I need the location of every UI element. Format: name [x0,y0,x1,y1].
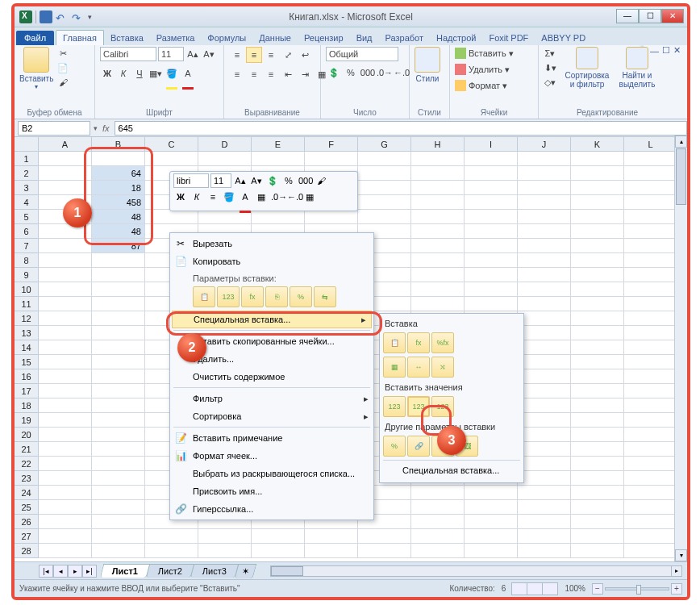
cell[interactable] [518,355,571,369]
align-bottom-icon[interactable]: ≡ [263,47,279,63]
close-button[interactable] [661,9,684,23]
cell[interactable] [411,282,465,297]
cell[interactable] [518,486,571,500]
paste-all-icon[interactable]: 📋 [193,286,215,307]
page-break-button[interactable] [542,582,558,595]
decrease-decimal-icon[interactable]: ←.0 [394,65,410,81]
cell[interactable] [571,544,624,558]
mini-grow-font-icon[interactable]: A▴ [233,173,248,188]
autosum-icon[interactable]: Σ▾ [544,47,556,60]
cell[interactable] [39,515,92,529]
styles-button[interactable]: Стили [415,47,440,83]
cell[interactable] [571,210,624,224]
cell[interactable] [518,152,571,166]
qat-dropdown-icon[interactable]: ▾ [88,13,92,21]
row-header[interactable]: 14 [15,340,39,355]
cell[interactable] [465,282,518,297]
cell[interactable] [92,500,145,515]
cell[interactable] [39,428,92,442]
cell[interactable] [411,152,465,166]
cell[interactable] [252,529,305,544]
cell[interactable] [571,457,624,471]
mini-currency-icon[interactable]: 💲 [265,173,280,188]
row-header[interactable]: 7 [15,239,39,253]
col-header[interactable]: C [145,137,198,151]
cell[interactable] [411,515,465,529]
cell[interactable] [518,500,571,515]
cell[interactable] [571,195,624,210]
sheet-tab-3[interactable]: Лист3 [190,564,240,578]
cell[interactable] [39,268,92,282]
cell[interactable] [624,428,677,442]
cell[interactable]: 87 [92,239,145,253]
sub-values-icon[interactable]: 123 [383,396,406,417]
cell[interactable] [39,369,92,384]
cell[interactable] [411,239,465,253]
cell[interactable] [571,253,624,268]
cell[interactable] [39,166,92,181]
cell[interactable] [571,340,624,355]
scroll-thumb[interactable] [676,148,686,205]
cell[interactable] [571,326,624,340]
cell[interactable] [571,384,624,398]
mini-shrink-font-icon[interactable]: A▾ [249,173,264,188]
cell[interactable] [39,340,92,355]
hscroll-thumb[interactable] [271,566,303,576]
cell[interactable] [571,355,624,369]
fx-icon[interactable]: fx [98,123,115,133]
cell[interactable] [465,224,518,239]
tab-formulas[interactable]: Формулы [201,31,252,45]
cell[interactable] [465,181,518,195]
cell[interactable] [92,544,145,558]
cell[interactable] [571,442,624,457]
cell[interactable] [624,224,677,239]
cell[interactable] [624,442,677,457]
cell[interactable] [518,195,571,210]
cell[interactable] [39,253,92,268]
fill-color-icon[interactable]: 🪣 [165,66,179,81]
col-header[interactable]: J [518,137,571,151]
cell[interactable] [92,471,145,486]
col-header[interactable]: D [198,137,252,151]
comma-icon[interactable]: 000 [360,65,376,81]
cell[interactable] [518,311,571,326]
row-header[interactable]: 5 [15,210,39,224]
cell[interactable] [92,398,145,413]
cell[interactable] [305,210,358,224]
paste-formulas-icon[interactable]: fx [241,286,264,307]
cell[interactable] [571,297,624,311]
cell[interactable] [518,166,571,181]
cell[interactable] [252,544,305,558]
cell[interactable] [92,457,145,471]
ctx-sort[interactable]: Сортировка▸ [170,407,373,425]
cell[interactable] [624,413,677,428]
underline-button[interactable]: Ч [132,66,147,81]
paste-link-icon[interactable]: ⇆ [314,286,336,307]
cell[interactable] [571,152,624,166]
sub-paste-special-dialog[interactable]: Специальная вставка... [383,463,520,478]
cell[interactable] [624,297,677,311]
cell[interactable] [624,457,677,471]
ctx-cut[interactable]: ✂Вырезать [170,235,373,252]
paste-transpose-icon[interactable]: ⎘ [265,286,288,307]
cell[interactable]: 458 [92,195,145,210]
cell[interactable] [624,152,677,166]
cell[interactable] [518,326,571,340]
sub-values-src-fmt-icon[interactable]: 123 [431,396,454,417]
cell[interactable]: 18 [92,181,145,195]
tab-home[interactable]: Главная [56,30,104,45]
indent-dec-icon[interactable]: ⇤ [280,66,296,82]
cell[interactable] [358,152,411,166]
sub-paste-formulas-icon[interactable]: fx [407,332,430,353]
cell[interactable] [305,152,358,166]
cell[interactable] [624,384,677,398]
cell[interactable] [358,166,411,181]
zoom-slider[interactable] [605,587,669,590]
cell[interactable] [465,195,518,210]
cell[interactable] [518,239,571,253]
row-header[interactable]: 11 [15,297,39,311]
mini-dec-dec-icon[interactable]: ←.0 [286,190,301,204]
cells-delete-button[interactable]: Удалить ▾ [455,64,510,75]
row-header[interactable]: 15 [15,355,39,369]
cell[interactable] [39,311,92,326]
